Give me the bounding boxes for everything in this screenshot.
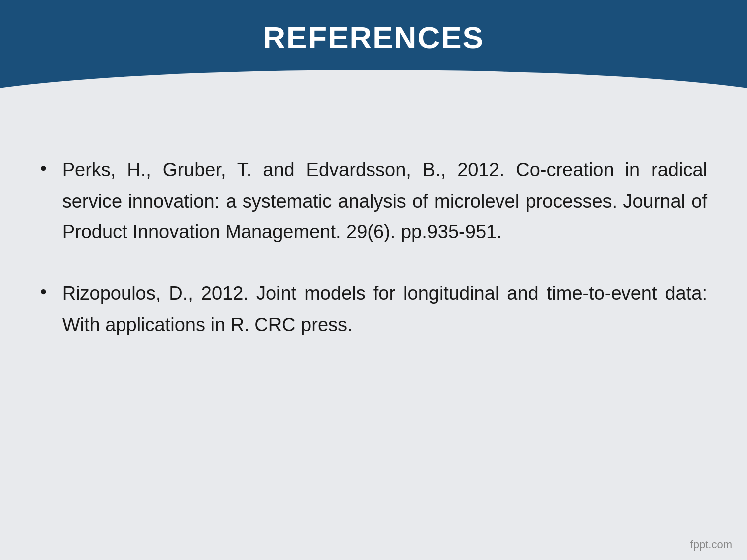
watermark: fppt.com — [690, 538, 732, 551]
reference-text-2: Rizopoulos, D., 2012. Joint models for l… — [62, 278, 707, 340]
reference-text-1: Perks, H., Gruber, T. and Edvardsson, B.… — [62, 154, 707, 248]
list-item: • Perks, H., Gruber, T. and Edvardsson, … — [40, 154, 707, 248]
list-item: • Rizopoulos, D., 2012. Joint models for… — [40, 278, 707, 340]
content-area: • Perks, H., Gruber, T. and Edvardsson, … — [40, 154, 707, 530]
slide: REFERENCES • Perks, H., Gruber, T. and E… — [0, 0, 747, 560]
bullet-icon: • — [40, 156, 47, 180]
bullet-icon: • — [40, 280, 47, 304]
slide-title: REFERENCES — [0, 20, 747, 55]
